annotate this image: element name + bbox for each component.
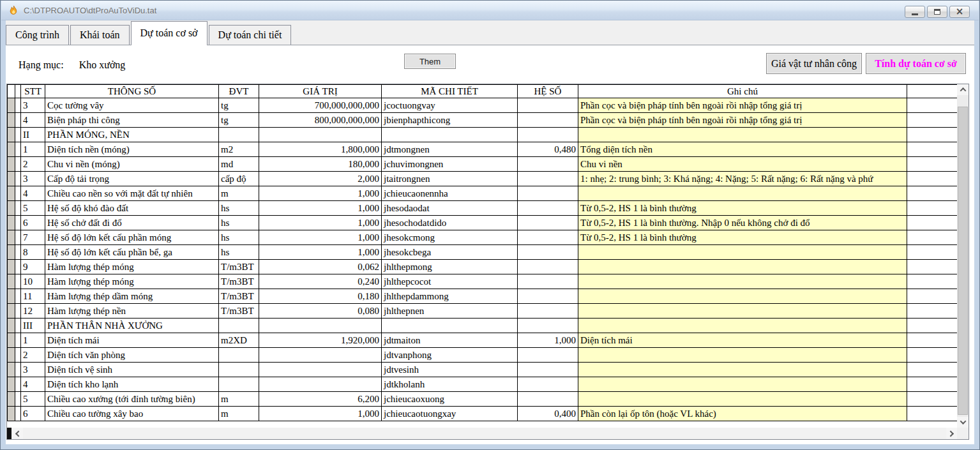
cell-ghi-chu[interactable]: Từ 0,5-2, HS 1 là bình thường (578, 201, 907, 216)
tab-khai-toan[interactable]: Khái toán (70, 25, 130, 45)
cell-ghi-chu[interactable]: 1: nhẹ; 2: trung bình; 3: Khá nặng; 4: N… (578, 172, 907, 186)
row-indicator[interactable] (8, 304, 15, 319)
table-row[interactable]: 1 Diện tích mái m2XD 1,920,000 jdtmaiton… (8, 333, 958, 348)
row-indicator[interactable] (8, 186, 15, 201)
row-indicator[interactable] (8, 348, 15, 363)
cell-dvt[interactable]: T/m3BT (219, 260, 259, 274)
table-row[interactable]: 8 Hệ số độ lớn kết cấu phần bể, ga hs 1,… (8, 245, 958, 260)
cell-he-so[interactable] (518, 172, 578, 186)
cell-dvt[interactable]: T/m3BT (219, 274, 259, 289)
cell-gia-tri[interactable]: 0,180 (259, 289, 382, 304)
cell-gia-tri[interactable]: 1,800,000 (259, 142, 382, 157)
cell-stt[interactable]: 8 (21, 245, 45, 260)
minimize-button[interactable] (905, 6, 925, 18)
cell-he-so[interactable] (518, 245, 578, 260)
cell-gia-tri[interactable]: 1,000 (259, 407, 382, 421)
cell-gia-tri[interactable]: 700,000,000,000 (259, 98, 382, 113)
cell-dvt[interactable]: tg (219, 113, 259, 128)
cell-dvt[interactable] (219, 377, 259, 392)
cell-ghi-chu[interactable]: Phần cọc và biện pháp tính bên ngoài rồi… (578, 98, 907, 113)
cell-dvt[interactable]: hs (219, 245, 259, 260)
cell-gia-tri[interactable]: 0,080 (259, 304, 382, 319)
cell-ghi-chu[interactable]: Từ 0,5-2, HS 1 là bình thường (578, 230, 907, 245)
cell-gia-tri[interactable] (259, 319, 382, 333)
cell-gia-tri[interactable]: 1,000 (259, 216, 382, 230)
cell-ghi-chu[interactable] (578, 304, 907, 319)
row-indicator[interactable] (8, 128, 15, 142)
row-indicator[interactable] (8, 407, 15, 421)
cell-dvt[interactable]: m (219, 407, 259, 421)
cell-he-so[interactable] (518, 274, 578, 289)
cell-stt[interactable]: 5 (21, 201, 45, 216)
cell-he-so[interactable]: 0,400 (518, 407, 578, 421)
cell-he-so[interactable]: 0,480 (518, 142, 578, 157)
cell-thong-so[interactable]: Biện pháp thi công (45, 113, 219, 128)
maximize-button[interactable] (927, 6, 947, 18)
cell-ghi-chu[interactable]: Phần cọc và biện pháp tính bên ngoài rồi… (578, 113, 907, 128)
cell-dvt[interactable]: hs (219, 216, 259, 230)
cell-gia-tri[interactable] (259, 363, 382, 377)
cell-thong-so[interactable]: Hệ số độ lớn kết cấu phần bể, ga (45, 245, 219, 260)
table-row[interactable]: 12 Hàm lượng thép nền T/m3BT 0,080 jhlth… (8, 304, 958, 319)
cell-gia-tri[interactable]: 0,240 (259, 274, 382, 289)
cell-stt[interactable]: 4 (21, 377, 45, 392)
row-indicator[interactable] (8, 201, 15, 216)
cell-dvt[interactable] (219, 319, 259, 333)
table-row[interactable]: 2 Chu vi nền (móng) md 180,000 jchuvimon… (8, 157, 958, 172)
cell-thong-so[interactable]: Diện tích kho lạnh (45, 377, 219, 392)
cell-ma-chi-tiet[interactable]: jhlthepcocot (382, 274, 518, 289)
cell-stt[interactable]: 7 (21, 230, 45, 245)
table-row[interactable]: 11 Hàm lượng thép dầm móng T/m3BT 0,180 … (8, 289, 958, 304)
cell-thong-so[interactable]: Cấp độ tải trọng (45, 172, 219, 186)
them-button[interactable]: Them (404, 54, 456, 69)
cell-ma-chi-tiet[interactable]: jhesokcmong (382, 230, 518, 245)
cell-ghi-chu[interactable] (578, 128, 907, 142)
scroll-right-button[interactable] (946, 428, 957, 439)
row-indicator[interactable] (8, 363, 15, 377)
cell-he-so[interactable] (518, 113, 578, 128)
cell-dvt[interactable]: hs (219, 201, 259, 216)
cell-ma-chi-tiet[interactable] (382, 319, 518, 333)
table-row[interactable]: 6 Chiều cao tường xây bao m 1,000 jchieu… (8, 407, 958, 421)
table-row[interactable]: 5 Hệ số độ khó đào đất hs 1,000 jhesodao… (8, 201, 958, 216)
cell-he-so[interactable] (518, 377, 578, 392)
table-row[interactable]: 10 Hàm lượng thép móng T/m3BT 0,240 jhlt… (8, 274, 958, 289)
cell-gia-tri[interactable]: 2,000 (259, 172, 382, 186)
cell-ma-chi-tiet[interactable]: jdtmongnen (382, 142, 518, 157)
close-button[interactable]: × (949, 6, 970, 18)
table-row[interactable]: 3 Cấp độ tải trọng cấp độ 2,000 jtaitron… (8, 172, 958, 186)
cell-gia-tri[interactable]: 1,000 (259, 245, 382, 260)
cell-dvt[interactable]: T/m3BT (219, 304, 259, 319)
cell-dvt[interactable] (219, 128, 259, 142)
cell-ghi-chu[interactable]: Diện tích mái (578, 333, 907, 348)
cell-ghi-chu[interactable] (578, 274, 907, 289)
cell-ghi-chu[interactable]: Chu vi nền (578, 157, 907, 172)
cell-stt[interactable]: 1 (21, 333, 45, 348)
cell-dvt[interactable] (219, 348, 259, 363)
cell-gia-tri[interactable] (259, 128, 382, 142)
cell-gia-tri[interactable]: 800,000,000,000 (259, 113, 382, 128)
cell-gia-tri[interactable] (259, 377, 382, 392)
horizontal-scrollbar-thumb[interactable] (7, 428, 11, 439)
row-indicator[interactable] (8, 157, 15, 172)
cell-gia-tri[interactable] (259, 348, 382, 363)
tab-du-toan-co-so[interactable]: Dự toán cơ sở (131, 21, 207, 45)
table-row[interactable]: 4 Diện tích kho lạnh jdtkholanh (8, 377, 958, 392)
cell-ma-chi-tiet[interactable]: jchieucaotuongxay (382, 407, 518, 421)
cell-thong-so[interactable]: Hàm lượng thép móng (45, 260, 219, 274)
table-row[interactable]: 4 Chiều cao nền so với mặt đất tự nhiên … (8, 186, 958, 201)
cell-he-so[interactable] (518, 289, 578, 304)
cell-thong-so[interactable]: PHẦN THÂN NHÀ XƯỞNG (45, 319, 219, 333)
row-indicator[interactable] (8, 392, 15, 407)
cell-thong-so[interactable]: Hệ số chở đất đi đổ (45, 216, 219, 230)
gia-vat-tu-nhan-cong-button[interactable]: Giá vật tư nhân công (766, 53, 862, 74)
cell-ma-chi-tiet[interactable]: jdtvanphong (382, 348, 518, 363)
cell-ghi-chu[interactable]: Tổng diện tích nền (578, 142, 907, 157)
cell-ma-chi-tiet[interactable]: jcoctuongvay (382, 98, 518, 113)
cell-thong-so[interactable]: Diện tích mái (45, 333, 219, 348)
tinh-du-toan-co-so-button[interactable]: Tính dự toán cơ sở (866, 53, 966, 74)
cell-dvt[interactable]: m2 (219, 142, 259, 157)
cell-ghi-chu[interactable] (578, 245, 907, 260)
cell-thong-so[interactable]: Chu vi nền (móng) (45, 157, 219, 172)
cell-thong-so[interactable]: Hệ số độ khó đào đất (45, 201, 219, 216)
